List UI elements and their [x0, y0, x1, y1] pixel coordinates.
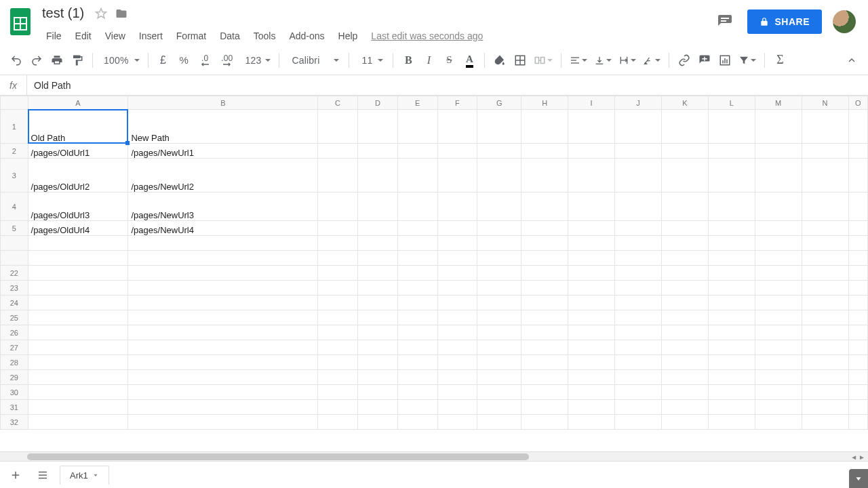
- cell[interactable]: [477, 236, 521, 251]
- bold-button[interactable]: B: [399, 50, 418, 70]
- cell[interactable]: [128, 236, 318, 251]
- cell[interactable]: [28, 266, 128, 281]
- cell[interactable]: [318, 110, 358, 144]
- cell[interactable]: [848, 296, 867, 310]
- cell[interactable]: [661, 370, 708, 385]
- cell[interactable]: [397, 385, 437, 400]
- insert-link-icon[interactable]: [675, 50, 694, 70]
- cell[interactable]: [755, 355, 802, 370]
- sheets-logo-icon[interactable]: [7, 4, 34, 39]
- menu-tools[interactable]: Tools: [247, 26, 283, 45]
- cell[interactable]: [661, 159, 708, 192]
- cell[interactable]: [848, 236, 867, 251]
- cell[interactable]: [568, 144, 615, 159]
- cell[interactable]: [802, 355, 848, 370]
- sheet-tab[interactable]: Ark1: [60, 466, 109, 485]
- cell[interactable]: [318, 221, 358, 236]
- cell[interactable]: [477, 110, 521, 144]
- cell[interactable]: [848, 266, 867, 281]
- cell[interactable]: [28, 310, 128, 325]
- cell[interactable]: [755, 281, 802, 296]
- cell[interactable]: [397, 221, 437, 236]
- insert-chart-icon[interactable]: [715, 50, 734, 70]
- cell[interactable]: [28, 340, 128, 355]
- vertical-align-icon[interactable]: [591, 50, 614, 70]
- cell[interactable]: [848, 144, 867, 159]
- cell[interactable]: [28, 296, 128, 310]
- comments-icon[interactable]: [713, 10, 736, 33]
- column-header[interactable]: F: [437, 96, 477, 110]
- cell[interactable]: /pages/NewUrl3: [128, 192, 318, 221]
- cell[interactable]: [28, 400, 128, 415]
- cell[interactable]: [128, 310, 318, 325]
- borders-icon[interactable]: [511, 50, 530, 70]
- cell[interactable]: [848, 192, 867, 221]
- cell[interactable]: [397, 281, 437, 296]
- cell[interactable]: [477, 266, 521, 281]
- cell[interactable]: [848, 415, 867, 430]
- cell[interactable]: [708, 355, 755, 370]
- document-title[interactable]: test (1): [39, 4, 87, 22]
- cell[interactable]: [848, 281, 867, 296]
- redo-icon[interactable]: [27, 50, 46, 70]
- cell[interactable]: [437, 296, 477, 310]
- undo-icon[interactable]: [7, 50, 26, 70]
- cell[interactable]: [568, 325, 615, 340]
- cell[interactable]: [397, 266, 437, 281]
- menu-data[interactable]: Data: [213, 26, 247, 45]
- cell[interactable]: [318, 159, 358, 192]
- column-header[interactable]: H: [521, 96, 568, 110]
- cell[interactable]: [802, 415, 848, 430]
- menu-edit[interactable]: Edit: [68, 26, 98, 45]
- fx-icon[interactable]: fx: [0, 75, 27, 95]
- cell[interactable]: [521, 400, 568, 415]
- cell[interactable]: [661, 415, 708, 430]
- cell[interactable]: [755, 400, 802, 415]
- cell[interactable]: [614, 310, 661, 325]
- cell[interactable]: [614, 144, 661, 159]
- cell[interactable]: [477, 400, 521, 415]
- cell[interactable]: /pages/NewUrl2: [128, 159, 318, 192]
- cell[interactable]: [708, 325, 755, 340]
- cell[interactable]: [802, 159, 848, 192]
- column-header[interactable]: C: [318, 96, 358, 110]
- cell[interactable]: [437, 266, 477, 281]
- cell[interactable]: [28, 385, 128, 400]
- cell[interactable]: [614, 385, 661, 400]
- cell[interactable]: [661, 236, 708, 251]
- cell[interactable]: [397, 110, 437, 144]
- more-formats-dropdown[interactable]: 123: [239, 50, 273, 70]
- cell[interactable]: [568, 266, 615, 281]
- cell[interactable]: [802, 370, 848, 385]
- menu-help[interactable]: Help: [332, 26, 365, 45]
- cell[interactable]: [755, 415, 802, 430]
- column-header[interactable]: O: [848, 96, 867, 110]
- cell[interactable]: [28, 415, 128, 430]
- cell[interactable]: [437, 325, 477, 340]
- cell[interactable]: [802, 221, 848, 236]
- cell[interactable]: [28, 355, 128, 370]
- cell[interactable]: [357, 355, 397, 370]
- cell[interactable]: /pages/NewUrl1: [128, 144, 318, 159]
- cell[interactable]: [318, 296, 358, 310]
- column-header[interactable]: D: [357, 96, 397, 110]
- cell[interactable]: [521, 340, 568, 355]
- cell[interactable]: [755, 310, 802, 325]
- cell[interactable]: [318, 236, 358, 251]
- cell[interactable]: [521, 355, 568, 370]
- spreadsheet-grid[interactable]: ABCDEFGHIJKLMNO 1Old PathNew Path2/pages…: [0, 96, 868, 451]
- cell[interactable]: [802, 296, 848, 310]
- cell[interactable]: [128, 296, 318, 310]
- increase-decimal-button[interactable]: .00: [216, 50, 238, 70]
- cell[interactable]: [437, 281, 477, 296]
- cell[interactable]: [128, 385, 318, 400]
- cell[interactable]: [357, 221, 397, 236]
- cell[interactable]: [357, 340, 397, 355]
- cell[interactable]: [28, 236, 128, 251]
- column-header[interactable]: K: [661, 96, 708, 110]
- add-sheet-icon[interactable]: [5, 465, 26, 485]
- cell[interactable]: [521, 325, 568, 340]
- row-header[interactable]: 25: [1, 310, 28, 325]
- cell[interactable]: Old Path: [28, 110, 128, 144]
- cell[interactable]: [128, 325, 318, 340]
